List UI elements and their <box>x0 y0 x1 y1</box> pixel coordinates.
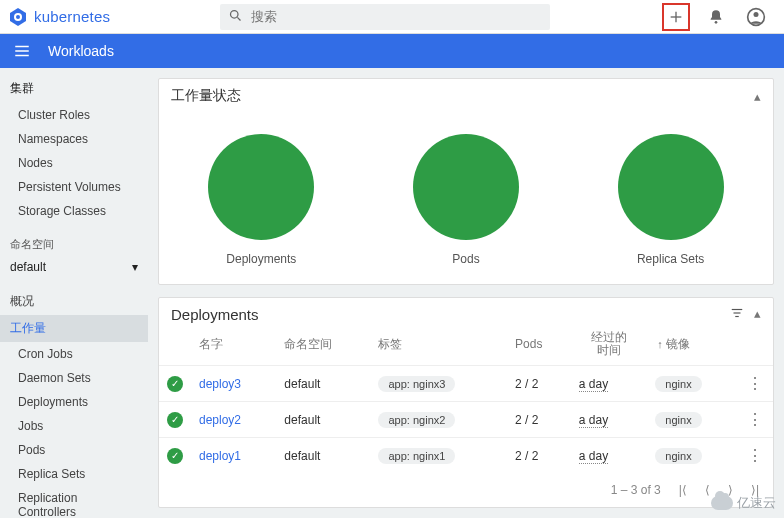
svg-point-3 <box>231 10 239 18</box>
chart-replicasets: Replica Sets <box>618 134 724 266</box>
content: 工作量状态 ▴ Deployments Pods Replica Sets <box>148 68 784 518</box>
sidebar-item-overview[interactable]: 概况 <box>0 288 148 315</box>
row-menu-icon[interactable]: ⋮ <box>739 438 773 474</box>
deployments-table: 名字 命名空间 标签 Pods 经过的 时间 ↑ 镜像 ✓ <box>159 323 773 473</box>
chevron-down-icon: ▾ <box>132 260 138 274</box>
pager-range: 1 – 3 of 3 <box>611 483 661 497</box>
status-ok-icon: ✓ <box>167 412 183 428</box>
search-input[interactable] <box>251 9 542 24</box>
collapse-icon[interactable]: ▴ <box>754 306 761 323</box>
topbar: kubernetes <box>0 0 784 34</box>
sidebar-item-rc[interactable]: Replication Controllers <box>0 486 148 518</box>
cell-age: a day <box>579 413 608 428</box>
col-images[interactable]: ↑ 镜像 <box>647 323 739 366</box>
svg-point-9 <box>754 12 759 17</box>
sidebar-item-workloads[interactable]: 工作量 <box>0 315 148 342</box>
search-box[interactable] <box>220 4 550 30</box>
sidebar: 集群 Cluster Roles Namespaces Nodes Persis… <box>0 68 148 518</box>
chart-pods: Pods <box>413 134 519 266</box>
sidebar-item-cluster-roles[interactable]: Cluster Roles <box>0 103 148 127</box>
status-ok-icon: ✓ <box>167 448 183 464</box>
cell-pods: 2 / 2 <box>507 366 571 402</box>
sidebar-item-replicasets[interactable]: Replica Sets <box>0 462 148 486</box>
image-chip: nginx <box>655 412 701 428</box>
create-button[interactable] <box>662 3 690 31</box>
label-chip: app: nginx1 <box>378 448 455 464</box>
deploy-link[interactable]: deploy2 <box>199 413 241 427</box>
cell-pods: 2 / 2 <box>507 438 571 474</box>
workload-status-title: 工作量状态 <box>171 87 241 105</box>
donut-pods <box>413 134 519 240</box>
sidebar-item-namespaces[interactable]: Namespaces <box>0 127 148 151</box>
sidebar-item-pods[interactable]: Pods <box>0 438 148 462</box>
subheader: Workloads <box>0 34 784 68</box>
sidebar-section-cluster[interactable]: 集群 <box>0 74 148 103</box>
brand[interactable]: kubernetes <box>8 7 110 27</box>
search-icon <box>228 8 243 26</box>
col-labels[interactable]: 标签 <box>370 323 507 366</box>
cloud-icon <box>711 496 733 510</box>
col-age[interactable]: 经过的 时间 <box>571 323 647 366</box>
svg-line-4 <box>238 17 241 20</box>
kubernetes-logo-icon <box>8 7 28 27</box>
cell-namespace: default <box>276 402 370 438</box>
donut-label-pods: Pods <box>452 252 479 266</box>
table-row: ✓ deploy2 default app: nginx2 2 / 2 a da… <box>159 402 773 438</box>
table-row: ✓ deploy3 default app: nginx3 2 / 2 a da… <box>159 366 773 402</box>
sidebar-item-daemonsets[interactable]: Daemon Sets <box>0 366 148 390</box>
cell-namespace: default <box>276 366 370 402</box>
donut-label-replicasets: Replica Sets <box>637 252 704 266</box>
watermark-text: 亿速云 <box>737 494 776 512</box>
filter-icon[interactable] <box>730 306 744 323</box>
cell-age: a day <box>579 377 608 392</box>
col-name[interactable]: 名字 <box>191 323 276 366</box>
sidebar-item-cronjobs[interactable]: Cron Jobs <box>0 342 148 366</box>
charts-row: Deployments Pods Replica Sets <box>159 114 773 284</box>
sidebar-item-jobs[interactable]: Jobs <box>0 414 148 438</box>
collapse-icon[interactable]: ▴ <box>754 89 761 104</box>
donut-replicasets <box>618 134 724 240</box>
deployments-title: Deployments <box>171 306 259 323</box>
image-chip: nginx <box>655 448 701 464</box>
main: 集群 Cluster Roles Namespaces Nodes Persis… <box>0 68 784 518</box>
table-row: ✓ deploy1 default app: nginx1 2 / 2 a da… <box>159 438 773 474</box>
cell-age: a day <box>579 449 608 464</box>
deployments-card: Deployments ▴ 名字 命名空间 标签 Pods <box>158 297 774 508</box>
cell-namespace: default <box>276 438 370 474</box>
workload-status-card: 工作量状态 ▴ Deployments Pods Replica Sets <box>158 78 774 285</box>
notifications-icon[interactable] <box>702 3 730 31</box>
svg-point-7 <box>715 21 718 24</box>
page-title: Workloads <box>48 43 114 59</box>
brand-text: kubernetes <box>34 8 110 25</box>
label-chip: app: nginx2 <box>378 412 455 428</box>
watermark: 亿速云 <box>711 494 776 512</box>
col-namespace[interactable]: 命名空间 <box>276 323 370 366</box>
sidebar-item-deployments[interactable]: Deployments <box>0 390 148 414</box>
label-chip: app: nginx3 <box>378 376 455 392</box>
svg-point-2 <box>16 15 20 19</box>
pager-prev-icon[interactable]: ⟨ <box>705 483 710 497</box>
cell-pods: 2 / 2 <box>507 402 571 438</box>
col-pods[interactable]: Pods <box>507 323 571 366</box>
pager: 1 – 3 of 3 |⟨ ⟨ ⟩ ⟩| <box>159 473 773 507</box>
image-chip: nginx <box>655 376 701 392</box>
account-icon[interactable] <box>742 3 770 31</box>
sidebar-item-nodes[interactable]: Nodes <box>0 151 148 175</box>
row-menu-icon[interactable]: ⋮ <box>739 402 773 438</box>
sidebar-item-storage[interactable]: Storage Classes <box>0 199 148 223</box>
menu-icon[interactable] <box>8 37 36 65</box>
sort-arrow-icon: ↑ <box>657 338 663 350</box>
top-actions <box>662 3 776 31</box>
namespace-selected: default <box>10 260 46 274</box>
row-menu-icon[interactable]: ⋮ <box>739 366 773 402</box>
sidebar-section-namespace: 命名空间 <box>0 233 148 256</box>
status-ok-icon: ✓ <box>167 376 183 392</box>
sidebar-item-pv[interactable]: Persistent Volumes <box>0 175 148 199</box>
donut-label-deployments: Deployments <box>226 252 296 266</box>
chart-deployments: Deployments <box>208 134 314 266</box>
pager-first-icon[interactable]: |⟨ <box>679 483 687 497</box>
deploy-link[interactable]: deploy3 <box>199 377 241 391</box>
deploy-link[interactable]: deploy1 <box>199 449 241 463</box>
col-age-l2: 时间 <box>579 344 639 357</box>
namespace-select[interactable]: default ▾ <box>0 256 148 278</box>
